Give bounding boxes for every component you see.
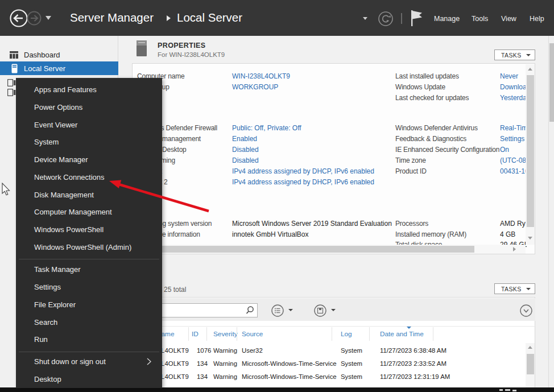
prop-value-link[interactable]: Public: Off, Private: Off [232, 124, 301, 132]
menu-item-disk-management[interactable]: Disk Management [34, 191, 94, 199]
breadcrumb-root[interactable]: Server Manager [70, 11, 154, 24]
prop-value-link[interactable]: IPv4 address assigned by DHCP, IPv6 enab… [232, 167, 374, 175]
prop-value-link[interactable]: WIN-I238L4OLKT9 [232, 72, 290, 80]
cell-log: System [341, 360, 362, 367]
collapse-section-icon[interactable] [520, 304, 532, 317]
notifications-flag-icon[interactable] [410, 9, 424, 27]
menu-item-settings[interactable]: Settings [34, 283, 61, 291]
menu-item-network-connections[interactable]: Network Connections [34, 173, 105, 181]
properties-vertical-scrollbar[interactable] [526, 64, 535, 245]
prop-label: Time zone [395, 156, 426, 164]
nav-dropdown-caret[interactable] [46, 16, 51, 20]
menu-item-event-viewer[interactable]: Event Viewer [34, 121, 77, 129]
prop-value-link[interactable]: WORKGROUP [232, 83, 278, 91]
menu-item-search[interactable]: Search [34, 318, 57, 327]
nav-arrows [8, 7, 71, 30]
menu-item-file-explorer[interactable]: File Explorer [34, 300, 76, 309]
sidebar-item-dashboard[interactable]: Dashboard [24, 51, 60, 59]
breadcrumb-separator-icon [167, 15, 171, 21]
scroll-thumb[interactable] [549, 43, 554, 122]
address-dropdown-caret[interactable] [363, 17, 367, 20]
col-header-date[interactable]: Date and Time [380, 330, 424, 338]
prop-value-link[interactable]: Real-Time [500, 124, 527, 132]
scroll-up-icon[interactable] [528, 68, 532, 71]
filter-icon[interactable] [271, 304, 284, 317]
breadcrumb-current[interactable]: Local Server [177, 11, 242, 24]
scroll-thumb[interactable] [133, 246, 474, 253]
cell-source: Microsoft-Windows-Time-Service [242, 373, 337, 380]
events-vertical-scrollbar[interactable] [526, 343, 535, 389]
all-servers-icon[interactable] [7, 79, 16, 86]
col-header-severity[interactable]: Severity [213, 330, 238, 338]
cell-severity: Warning [213, 373, 237, 380]
prop-value-link[interactable]: On [500, 146, 527, 154]
prop-value-link[interactable]: 00431-100 [500, 167, 527, 175]
server-manager-window: Server Manager Local Server Manage Tools… [0, 0, 554, 392]
save-dropdown-caret[interactable] [331, 309, 336, 311]
window-vertical-scrollbar[interactable] [548, 36, 554, 388]
events-tasks-button[interactable]: TASKS [494, 283, 535, 294]
prop-value-link[interactable]: Yesterday [500, 94, 527, 102]
col-header-source[interactable]: Source [242, 330, 263, 338]
forward-button[interactable] [28, 12, 41, 25]
prop-value-link[interactable]: Never [500, 72, 527, 80]
prop-value-link[interactable]: (UTC-08:00) [500, 156, 527, 164]
menu-item-apps-and-features[interactable]: Apps and Features [34, 85, 97, 94]
properties-tasks-button[interactable]: TASKS [494, 49, 535, 60]
search-icon[interactable] [245, 306, 255, 315]
menu-help[interactable]: Help [530, 15, 544, 23]
menu-item-system[interactable]: System [34, 138, 59, 146]
menu-item-run[interactable]: Run [34, 335, 48, 344]
menu-item-task-manager[interactable]: Task Manager [34, 265, 81, 274]
filter-dropdown-caret[interactable] [288, 309, 293, 311]
menu-item-windows-powershell[interactable]: Windows PowerShell [34, 225, 104, 234]
refresh-icon[interactable] [378, 11, 394, 27]
prop-label: Last checked for updates [395, 94, 469, 102]
cell-severity: Warning [213, 347, 237, 354]
prop-value-link[interactable]: Download [500, 83, 527, 91]
cell-source: User32 [242, 347, 263, 354]
prop-label: Product ID [395, 167, 427, 175]
properties-title: PROPERTIES [158, 42, 206, 49]
col-header-log[interactable]: Log [341, 330, 352, 338]
menu-item-windows-powershell-admin[interactable]: Windows PowerShell (Admin) [34, 243, 131, 251]
menu-item-desktop[interactable]: Desktop [34, 375, 61, 383]
cell-date: 11/27/2023 2:33:52 AM [380, 360, 446, 367]
properties-horizontal-scrollbar[interactable] [133, 245, 526, 254]
prop-value: 4 GB [500, 230, 527, 238]
menu-view[interactable]: View [501, 15, 516, 23]
sidebar-item-local-server[interactable]: Local Server [0, 61, 118, 75]
menu-item-computer-management[interactable]: Computer Management [34, 208, 112, 216]
local-server-icon [11, 64, 18, 73]
menu-item-power-options[interactable]: Power Options [34, 103, 82, 112]
events-total: 25 total [164, 286, 186, 294]
cell-log: System [341, 347, 362, 354]
properties-panel: Computer name WIN-I238L4OLKT9 Workgroup … [132, 63, 535, 254]
prop-label: Processors [395, 220, 428, 228]
menu-item-shutdown[interactable]: Shut down or sign out [34, 357, 106, 366]
tasks-label: TASKS [501, 286, 522, 292]
cell-severity: Warning [213, 360, 237, 367]
scroll-thumb[interactable] [527, 75, 534, 227]
menu-tools[interactable]: Tools [472, 15, 488, 23]
prop-label: Last installed updates [395, 72, 459, 80]
title-bar: Server Manager Local Server Manage Tools… [0, 0, 554, 36]
menu-manage[interactable]: Manage [434, 15, 460, 23]
prop-value-link[interactable]: Disabled [232, 146, 259, 154]
scroll-down-icon[interactable] [528, 237, 532, 240]
scroll-right-icon[interactable] [513, 247, 516, 251]
save-query-icon[interactable] [314, 304, 326, 317]
menu-item-device-manager[interactable]: Device Manager [34, 155, 88, 164]
back-button[interactable] [11, 10, 27, 27]
scroll-up-icon[interactable] [528, 346, 532, 349]
prop-value-link[interactable]: Enabled [232, 135, 257, 143]
prop-value-link[interactable]: Disabled [232, 156, 259, 164]
column-separator [433, 327, 433, 341]
prop-value-link[interactable]: Settings [500, 135, 527, 143]
file-storage-services-icon[interactable] [7, 89, 16, 96]
properties-subtitle: For WIN-I238L4OLKT9 [158, 51, 225, 58]
col-header-id[interactable]: ID [192, 330, 199, 338]
cell-source: Microsoft-Windows-Time-Service [242, 360, 337, 367]
prop-value-link[interactable]: IPv4 address assigned by DHCP, IPv6 enab… [232, 178, 374, 186]
scroll-thumb[interactable] [527, 354, 534, 374]
